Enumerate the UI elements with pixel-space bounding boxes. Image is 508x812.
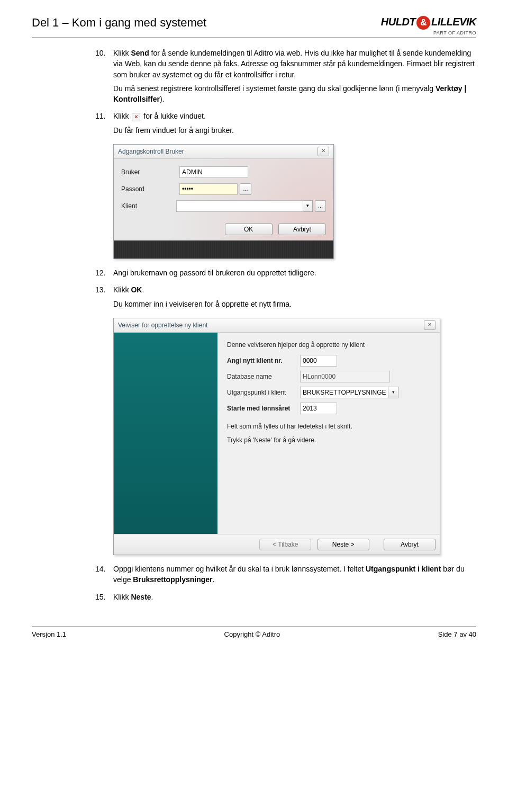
content: 10. Klikk Send for å sende kundemeldinge…	[32, 48, 476, 605]
footer-copyright: Copyright © Aditro	[224, 630, 280, 638]
avbryt-button[interactable]: Avbryt	[278, 224, 326, 235]
label-utgpunkt: Utgangspunkt i klient	[227, 389, 300, 396]
passord-input[interactable]	[179, 183, 238, 195]
text: for å sende kundemeldingen til Aditro vi…	[113, 49, 475, 79]
bruker-input[interactable]	[179, 166, 248, 178]
step-number: 11.	[95, 111, 113, 139]
close-icon[interactable]: ✕	[424, 320, 436, 330]
wizard-intro: Denne veiviseren hjelper deg å opprette …	[227, 341, 430, 349]
label-bruker: Bruker	[121, 168, 179, 176]
dialog-titlebar: Adgangskontroll Bruker ✕	[114, 145, 333, 159]
klient-more-button[interactable]: ...	[315, 200, 326, 212]
text: Du kommer inn i veiviseren for å opprett…	[113, 299, 476, 309]
dialog-titlebar: Veiviser for opprettelse ny klient ✕	[114, 318, 440, 333]
text: .	[151, 593, 153, 601]
label-dbname: Database name	[227, 373, 300, 380]
text: Du må senest registrere kontrollsifferet…	[113, 84, 436, 93]
passord-more-button[interactable]: ...	[240, 183, 251, 195]
text: Klikk	[113, 593, 131, 601]
text: Angi brukernavn og passord til brukeren …	[113, 267, 476, 278]
text: Klikk	[113, 112, 131, 120]
label-klient: Klient	[121, 202, 176, 210]
text-bold: Utgangspunkt i klient	[366, 565, 441, 573]
label-passord: Passord	[121, 185, 179, 193]
dialog-footer-decoration	[114, 240, 333, 258]
wizard-dialog: Veiviser for opprettelse ny klient ✕ Den…	[113, 318, 440, 555]
wizard-hint: Felt som må fylles ut har ledetekst i fe…	[227, 423, 430, 430]
wizard-sidebar-decoration	[114, 333, 217, 534]
footer-version: Versjon 1.1	[32, 630, 66, 638]
label-lonnsaar: Starte med lønnsåret	[227, 405, 300, 412]
text: Du får frem vinduet for å angi bruker.	[113, 125, 476, 136]
next-button[interactable]: Neste >	[318, 539, 369, 550]
logo-text-left: HULDT	[381, 16, 415, 28]
step-number: 15.	[95, 592, 113, 605]
chevron-down-icon[interactable]: ▾	[388, 387, 398, 398]
text: .	[142, 285, 144, 294]
label-klientnr: Angi nytt klient nr.	[227, 357, 300, 364]
text: Oppgi klientens nummer og hvilket år du …	[113, 565, 366, 573]
step-number: 10.	[95, 48, 113, 108]
dbname-input	[300, 371, 390, 382]
close-icon: ×	[132, 113, 140, 121]
text-bold: Bruksrettopplysninger	[133, 575, 212, 584]
ok-button[interactable]: OK	[225, 224, 273, 235]
utgpunkt-select[interactable]	[300, 387, 388, 398]
page-footer: Versjon 1.1 Copyright © Aditro Side 7 av…	[32, 627, 476, 638]
logo-text-right: LILLEVIK	[431, 16, 476, 28]
logo: HULDT&LILLEVIK PART OF ADITRO	[381, 16, 476, 35]
step-number: 12.	[95, 267, 113, 281]
klientnr-input[interactable]	[300, 355, 337, 367]
text-bold: Send	[131, 49, 149, 57]
text: Klikk	[113, 285, 131, 294]
logo-subtitle: PART OF ADITRO	[381, 31, 476, 35]
close-icon[interactable]: ✕	[318, 147, 329, 156]
text-bold: Neste	[131, 593, 151, 601]
back-button: < Tilbake	[259, 539, 311, 550]
cancel-button[interactable]: Avbryt	[384, 539, 436, 550]
wizard-hint: Trykk på 'Neste' for å gå videre.	[227, 436, 430, 444]
step-number: 14.	[95, 564, 113, 588]
dialog-title: Adgangskontroll Bruker	[118, 148, 184, 155]
footer-page-number: Side 7 av 40	[438, 630, 476, 638]
text: .	[213, 575, 215, 584]
text: ).	[160, 95, 165, 103]
text-bold: OK	[131, 285, 142, 294]
page-header: Del 1 – Kom i gang med systemet HULDT&LI…	[32, 16, 476, 38]
login-dialog: Adgangskontroll Bruker ✕ Bruker Passord …	[113, 144, 334, 259]
lonnsaar-input[interactable]	[300, 403, 337, 414]
page-title: Del 1 – Kom i gang med systemet	[32, 16, 206, 30]
step-number: 13.	[95, 284, 113, 313]
text: for å lukke vinduet.	[141, 112, 205, 120]
klient-input[interactable]	[176, 200, 303, 212]
logo-ampersand-icon: &	[416, 16, 430, 30]
text: Klikk	[113, 49, 131, 57]
chevron-down-icon[interactable]: ▾	[303, 200, 313, 212]
dialog-title: Veiviser for opprettelse ny klient	[118, 322, 207, 329]
